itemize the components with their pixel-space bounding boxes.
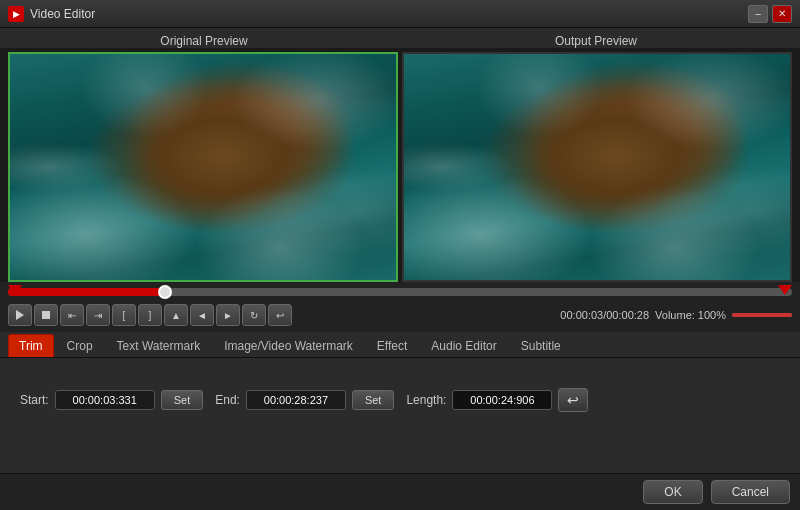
volume-slider[interactable] bbox=[732, 313, 792, 317]
stop-button[interactable] bbox=[34, 304, 58, 326]
tab-trim[interactable]: Trim bbox=[8, 334, 54, 357]
volume-fill bbox=[732, 313, 792, 317]
next-frame-icon: ► bbox=[223, 310, 233, 321]
reset-button[interactable]: ↩ bbox=[558, 388, 588, 412]
end-field: End: Set bbox=[215, 390, 394, 410]
preview-labels-row: Original Preview Output Preview bbox=[0, 28, 800, 48]
wave-overlay-out bbox=[404, 54, 790, 280]
current-time: 00:00:03/00:00:28 bbox=[560, 309, 649, 321]
title-bar: ▶ Video Editor – ✕ bbox=[0, 0, 800, 28]
original-preview-panel bbox=[8, 52, 398, 282]
length-input[interactable] bbox=[452, 390, 552, 410]
trim-controls-row: Start: Set End: Set Length: ↩ bbox=[20, 388, 780, 412]
play-button[interactable] bbox=[8, 304, 32, 326]
scrubber-thumb[interactable] bbox=[158, 285, 172, 299]
output-video-frame bbox=[404, 54, 790, 280]
bottom-bar: OK Cancel bbox=[0, 473, 800, 510]
trim-panel: Start: Set End: Set Length: ↩ bbox=[0, 358, 800, 478]
forward-icon: ⇥ bbox=[94, 310, 102, 321]
start-input[interactable] bbox=[55, 390, 155, 410]
mark-in-button[interactable]: [ bbox=[112, 304, 136, 326]
cancel-button[interactable]: Cancel bbox=[711, 480, 790, 504]
mark-out-icon: ] bbox=[149, 310, 152, 321]
start-label: Start: bbox=[20, 393, 49, 407]
tab-audio-editor[interactable]: Audio Editor bbox=[420, 334, 507, 357]
app-icon: ▶ bbox=[8, 6, 24, 22]
end-label: End: bbox=[215, 393, 240, 407]
close-button[interactable]: ✕ bbox=[772, 5, 792, 23]
end-input[interactable] bbox=[246, 390, 346, 410]
scrubber-track[interactable] bbox=[8, 288, 792, 296]
scrubber-progress bbox=[8, 288, 165, 296]
tab-subtitle[interactable]: Subtitle bbox=[510, 334, 572, 357]
tab-effect[interactable]: Effect bbox=[366, 334, 418, 357]
split-icon: ▲ bbox=[171, 310, 181, 321]
play-icon bbox=[16, 310, 24, 320]
reset-icon: ↩ bbox=[567, 392, 579, 408]
transport-controls: ⇤ ⇥ [ ] ▲ ◄ ► ↻ ↩ 00:00:03/00:00:28 Volu… bbox=[8, 302, 792, 328]
split-button[interactable]: ▲ bbox=[164, 304, 188, 326]
undo-button[interactable]: ↩ bbox=[268, 304, 292, 326]
rotate-button[interactable]: ↻ bbox=[242, 304, 266, 326]
window-title: Video Editor bbox=[30, 7, 748, 21]
output-preview-label: Output Preview bbox=[400, 34, 792, 48]
rewind-button[interactable]: ⇤ bbox=[60, 304, 84, 326]
tab-text-watermark[interactable]: Text Watermark bbox=[106, 334, 212, 357]
forward-button[interactable]: ⇥ bbox=[86, 304, 110, 326]
tab-crop[interactable]: Crop bbox=[56, 334, 104, 357]
prev-frame-icon: ◄ bbox=[197, 310, 207, 321]
rotate-icon: ↻ bbox=[250, 310, 258, 321]
mark-in-icon: [ bbox=[123, 310, 126, 321]
mark-out-button[interactable]: ] bbox=[138, 304, 162, 326]
stop-icon bbox=[42, 311, 50, 319]
undo-icon: ↩ bbox=[276, 310, 284, 321]
set-end-button[interactable]: Set bbox=[352, 390, 395, 410]
start-field: Start: Set bbox=[20, 390, 203, 410]
tab-bar: Trim Crop Text Watermark Image/Video Wat… bbox=[0, 332, 800, 358]
tab-image-video-watermark[interactable]: Image/Video Watermark bbox=[213, 334, 364, 357]
scrubber-end-marker bbox=[778, 285, 792, 295]
length-label: Length: bbox=[406, 393, 446, 407]
ok-button[interactable]: OK bbox=[643, 480, 702, 504]
window-controls: – ✕ bbox=[748, 5, 792, 23]
length-field: Length: ↩ bbox=[406, 388, 588, 412]
original-video-frame bbox=[10, 54, 396, 280]
output-preview-panel bbox=[402, 52, 792, 282]
rewind-icon: ⇤ bbox=[68, 310, 76, 321]
volume-label: Volume: 100% bbox=[655, 309, 726, 321]
set-start-button[interactable]: Set bbox=[161, 390, 204, 410]
time-display: 00:00:03/00:00:28 Volume: 100% bbox=[560, 309, 792, 321]
wave-overlay bbox=[10, 54, 396, 280]
scrubber-start-marker bbox=[8, 285, 22, 295]
timeline-area: ⇤ ⇥ [ ] ▲ ◄ ► ↻ ↩ 00:00:03/00:00:28 Volu… bbox=[0, 282, 800, 332]
next-frame-button[interactable]: ► bbox=[216, 304, 240, 326]
preview-area bbox=[8, 52, 792, 282]
original-preview-label: Original Preview bbox=[8, 34, 400, 48]
minimize-button[interactable]: – bbox=[748, 5, 768, 23]
prev-frame-button[interactable]: ◄ bbox=[190, 304, 214, 326]
